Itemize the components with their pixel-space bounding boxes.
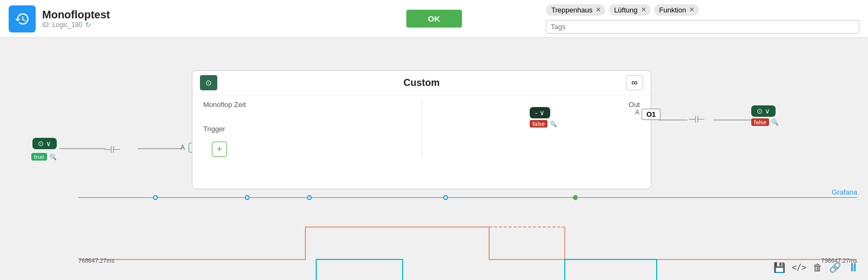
refresh-icon[interactable]: ↻ [85, 21, 91, 29]
pause-button[interactable]: ⏸ [847, 261, 859, 275]
a-label-left: A [181, 144, 185, 151]
relay-left: ⊣⊢ [104, 144, 121, 156]
relay-out: ⊣⊢ [688, 114, 705, 125]
custom-left-ports: Monoflop Zeit Trigger + [192, 101, 422, 157]
timeline-dot-4[interactable] [443, 195, 448, 200]
bottom-toolbar: 💾 </> 🗑 🔗 ⏸ [773, 261, 859, 275]
timeline-line [78, 197, 857, 198]
output-btn[interactable]: ⊙ ∨ [751, 105, 776, 117]
header: Monofloptest ID: Logic_190 ↻ OK Treppenh… [0, 0, 868, 38]
remove-tag-funktion[interactable]: ✕ [689, 6, 695, 14]
delete-button[interactable]: 🗑 [813, 262, 823, 274]
timeline-dot-filled[interactable] [573, 195, 578, 200]
time-label-left: 768647.27ms [78, 257, 115, 264]
timeline-dot-3[interactable] [307, 195, 312, 200]
o1-label: O1 [642, 109, 660, 120]
brain-icon [15, 11, 30, 26]
ok-button[interactable]: OK [406, 10, 462, 28]
i1-node-btn[interactable]: ⊙ ∨ [32, 138, 57, 149]
a-label-right: A [635, 109, 639, 116]
add-port-button[interactable]: + [212, 142, 227, 157]
output-node[interactable]: ⊙ ∨ false 🔍 [751, 105, 779, 126]
save-button[interactable]: 💾 [773, 262, 785, 274]
custom-body: Monoflop Zeit Trigger + Out [192, 95, 651, 162]
chart-svg [78, 205, 857, 280]
out-node[interactable]: - ∨ false 🔍 [530, 107, 557, 128]
zoom-output-icon[interactable]: 🔍 [771, 119, 779, 125]
app-subtitle: ID: Logic_190 ↻ [42, 21, 110, 29]
app-title: Monofloptest [42, 9, 110, 21]
timeline-dot-2[interactable] [245, 195, 250, 200]
header-center: OK [406, 10, 462, 28]
val-true-badge: true 🔍 [31, 151, 57, 161]
port-monoflop-label: Monoflop Zeit [203, 101, 411, 109]
tags-row: Treppenhaus ✕ Lüftung ✕ Funktion ✕ [546, 4, 859, 16]
share-button[interactable]: 🔗 [829, 262, 841, 274]
port-trigger-label: Trigger [203, 125, 411, 133]
header-right: Treppenhaus ✕ Lüftung ✕ Funktion ✕ [546, 4, 859, 34]
input-node-i1[interactable]: ⊙ ∨ [32, 138, 57, 149]
custom-icon-button[interactable]: ⊙ [200, 75, 217, 90]
tag-funktion: Funktion ✕ [654, 4, 699, 16]
custom-block: ⊙ Custom ∞ Monoflop Zeit Trigger + Out [192, 70, 651, 189]
timeline-dot-1[interactable] [153, 195, 158, 200]
canvas: ⊙ ∨ true 🔍 ⊣⊢ A I1 X 5 ∨ 5 🔍 - ∨ [0, 38, 868, 280]
tags-input[interactable] [546, 20, 859, 34]
custom-title: Custom [223, 77, 620, 89]
remove-tag-treppenhaus[interactable]: ✕ [596, 6, 601, 14]
title-block: Monofloptest ID: Logic_190 ↻ [42, 9, 110, 29]
custom-block-header: ⊙ Custom ∞ [192, 71, 651, 95]
remove-tag-lueftung[interactable]: ✕ [641, 6, 646, 14]
infinity-button[interactable]: ∞ [626, 75, 643, 90]
code-button[interactable]: </> [792, 263, 806, 272]
zoom-out-icon[interactable]: 🔍 [550, 121, 557, 127]
app-icon [9, 5, 36, 32]
grafana-label: Grafana [832, 188, 857, 196]
zoom-i1-icon[interactable]: 🔍 [49, 154, 57, 160]
tag-lueftung: Lüftung ✕ [609, 4, 650, 16]
out-btn[interactable]: - ∨ [530, 107, 550, 118]
tag-treppenhaus: Treppenhaus ✕ [546, 4, 605, 16]
